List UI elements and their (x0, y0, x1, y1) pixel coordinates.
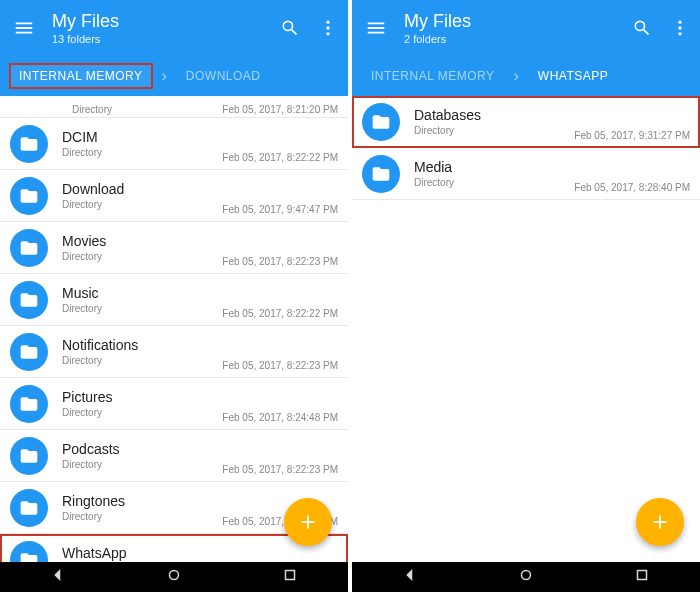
folder-type: Directory (62, 407, 222, 418)
folder-name: Pictures (62, 389, 222, 405)
appbar-actions (632, 18, 690, 38)
folder-icon (362, 155, 400, 193)
folder-timestamp: Feb 05, 2017, 8:22:22 PM (222, 308, 338, 325)
title-block: My Files 13 folders (52, 11, 280, 45)
home-icon[interactable] (517, 566, 535, 588)
more-icon[interactable] (670, 18, 690, 38)
svg-rect-4 (286, 571, 295, 580)
app-subtitle: 2 folders (404, 33, 632, 45)
folder-timestamp: Feb 05, 2017, 8:28:40 PM (574, 182, 690, 199)
folder-name: Download (62, 181, 222, 197)
list-item[interactable]: PodcastsDirectoryFeb 05, 2017, 8:22:23 P… (0, 430, 348, 482)
crumb-whatsapp[interactable]: WHATSAPP (529, 64, 617, 88)
list-item[interactable]: DatabasesDirectoryFeb 05, 2017, 9:31:27 … (352, 96, 700, 148)
svg-point-2 (326, 32, 329, 35)
folder-icon (362, 103, 400, 141)
recents-icon[interactable] (633, 566, 651, 588)
navbar (352, 562, 700, 592)
folder-type: Directory (62, 303, 222, 314)
list-item[interactable]: MusicDirectoryFeb 05, 2017, 8:22:22 PM (0, 274, 348, 326)
svg-point-1 (326, 26, 329, 29)
folder-type: Directory (62, 355, 222, 366)
folder-timestamp: Feb 05, 2017, 8:22:22 PM (222, 152, 338, 169)
list-item[interactable]: DownloadDirectoryFeb 05, 2017, 9:47:47 P… (0, 170, 348, 222)
folder-type: Directory (62, 251, 222, 262)
svg-point-5 (678, 21, 681, 24)
list-item[interactable]: MoviesDirectoryFeb 05, 2017, 8:22:23 PM (0, 222, 348, 274)
list-item-partial[interactable]: Directory Feb 05, 2017, 8:21:20 PM (0, 96, 348, 118)
app-title: My Files (52, 11, 280, 32)
folder-timestamp: Feb 05, 2017, 8:24:48 PM (222, 412, 338, 429)
folder-name: Music (62, 285, 222, 301)
folder-timestamp: Feb 05, 2017, 8:22:23 PM (222, 256, 338, 273)
folder-icon (10, 385, 48, 423)
navbar (0, 562, 348, 592)
back-icon[interactable] (49, 566, 67, 588)
folder-timestamp: Feb 05, 2017, 9:31:27 PM (574, 130, 690, 147)
folder-name: Databases (414, 107, 574, 123)
folder-icon (10, 229, 48, 267)
chevron-right-icon: › (162, 67, 167, 85)
svg-point-3 (170, 571, 179, 580)
folder-type: Directory (414, 177, 574, 188)
folder-timestamp: Feb 05, 2017, 9:47:47 PM (222, 204, 338, 221)
folder-icon (10, 437, 48, 475)
crumb-internal-memory[interactable]: INTERNAL MEMORY (362, 64, 504, 88)
appbar: My Files 13 folders (0, 0, 348, 56)
app-title: My Files (404, 11, 632, 32)
folder-icon (10, 489, 48, 527)
svg-rect-9 (638, 571, 647, 580)
appbar: My Files 2 folders (352, 0, 700, 56)
breadcrumb: INTERNAL MEMORY › DOWNLOAD (0, 56, 348, 96)
more-icon[interactable] (318, 18, 338, 38)
right-screen: My Files 2 folders INTERNAL MEMORY › WHA… (352, 0, 700, 592)
hamburger-icon[interactable] (362, 17, 390, 39)
left-screen: My Files 13 folders INTERNAL MEMORY › DO… (0, 0, 348, 592)
folder-name: DCIM (62, 129, 222, 145)
folder-name: Media (414, 159, 574, 175)
folder-type: Directory (62, 511, 222, 522)
folder-type: Directory (414, 125, 574, 136)
folder-name: Notifications (62, 337, 222, 353)
title-block: My Files 2 folders (404, 11, 632, 45)
folder-type: Directory (62, 147, 222, 158)
folder-icon (10, 541, 48, 563)
svg-point-0 (326, 21, 329, 24)
home-icon[interactable] (165, 566, 183, 588)
add-button[interactable] (284, 498, 332, 546)
folder-list[interactable]: DatabasesDirectoryFeb 05, 2017, 9:31:27 … (352, 96, 700, 562)
breadcrumb: INTERNAL MEMORY › WHATSAPP (352, 56, 700, 96)
list-item[interactable]: PicturesDirectoryFeb 05, 2017, 8:24:48 P… (0, 378, 348, 430)
back-icon[interactable] (401, 566, 419, 588)
list-item[interactable]: MediaDirectoryFeb 05, 2017, 8:28:40 PM (352, 148, 700, 200)
folder-name: WhatsApp (62, 545, 222, 561)
list-item[interactable]: DCIMDirectoryFeb 05, 2017, 8:22:22 PM (0, 118, 348, 170)
hamburger-icon[interactable] (10, 17, 38, 39)
folder-icon (10, 125, 48, 163)
recents-icon[interactable] (281, 566, 299, 588)
crumb-download[interactable]: DOWNLOAD (177, 64, 270, 88)
app-subtitle: 13 folders (52, 33, 280, 45)
folder-name: Ringtones (62, 493, 222, 509)
list-item[interactable]: NotificationsDirectoryFeb 05, 2017, 8:22… (0, 326, 348, 378)
folder-icon (10, 281, 48, 319)
folder-name: Movies (62, 233, 222, 249)
search-icon[interactable] (280, 18, 300, 38)
folder-timestamp: Feb 05, 2017, 8:21:20 PM (222, 104, 338, 115)
add-button[interactable] (636, 498, 684, 546)
folder-icon (10, 333, 48, 371)
appbar-actions (280, 18, 338, 38)
svg-point-7 (678, 32, 681, 35)
folder-icon (10, 177, 48, 215)
svg-point-8 (522, 571, 531, 580)
search-icon[interactable] (632, 18, 652, 38)
folder-timestamp: Feb 05, 2017, 8:22:23 PM (222, 464, 338, 481)
folder-name: Podcasts (62, 441, 222, 457)
folder-timestamp: Feb 05, 2017, 8:22:23 PM (222, 360, 338, 377)
svg-point-6 (678, 26, 681, 29)
folder-list[interactable]: Directory Feb 05, 2017, 8:21:20 PM DCIMD… (0, 96, 348, 562)
folder-type: Directory (72, 104, 112, 115)
folder-type: Directory (62, 459, 222, 470)
folder-type: Directory (62, 199, 222, 210)
crumb-internal-memory[interactable]: INTERNAL MEMORY (10, 64, 152, 88)
